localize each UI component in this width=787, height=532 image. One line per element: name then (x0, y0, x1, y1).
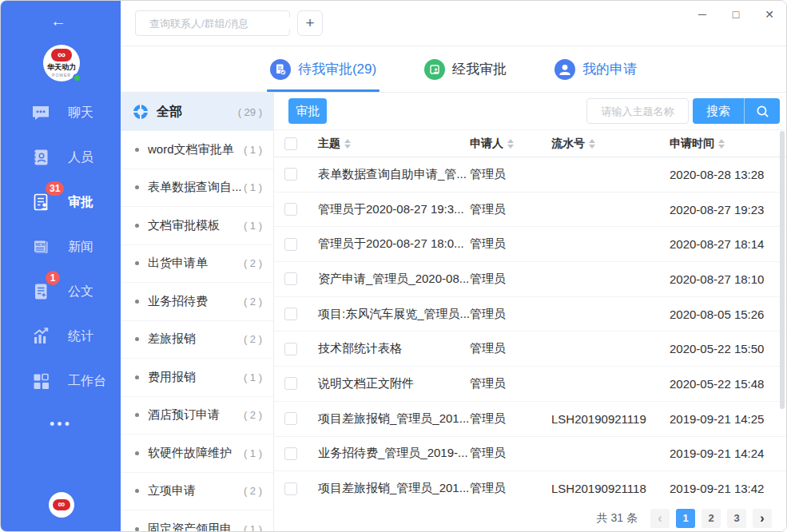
bullet-icon (135, 224, 139, 228)
sidebar-item-label: 工作台 (68, 373, 106, 390)
row-checkbox[interactable] (284, 482, 297, 495)
row-checkbox[interactable] (284, 412, 297, 425)
search-button[interactable]: 搜索 (693, 98, 745, 124)
header-applicant[interactable]: 申请人 (470, 137, 551, 151)
header-subject[interactable]: 主题 (318, 137, 470, 151)
page-button-1[interactable]: 1 (676, 509, 695, 528)
row-checkbox[interactable] (284, 238, 297, 251)
scrollbar-thumb[interactable] (780, 131, 785, 409)
cell-applicant: 管理员 (470, 167, 551, 182)
cell-serial: LSH20190921118 (551, 482, 670, 495)
category-item[interactable]: 出货申请单 ( 2 ) (121, 245, 273, 284)
table-row[interactable]: 管理员于2020-08-27 19:3... 管理员 2020-08-27 19… (274, 193, 786, 228)
category-item[interactable]: 固定资产领用申... ( 1 ) (121, 510, 273, 531)
table-row[interactable]: 管理员于2020-08-27 18:0... 管理员 2020-08-27 18… (274, 227, 786, 262)
row-checkbox[interactable] (284, 308, 297, 320)
category-label: 软硬件故障维护 (148, 446, 244, 461)
minimize-button[interactable]: ─ (695, 8, 709, 21)
table-row[interactable]: 项目差旅报销_管理员_201... 管理员 LSH20190921118 201… (274, 471, 786, 505)
cell-subject: 管理员于2020-08-27 18:0... (318, 236, 470, 252)
infinity-logo-icon: ∞ (51, 49, 72, 62)
tab-pending-approval[interactable]: 待我审批(29) (270, 46, 376, 92)
header-serial[interactable]: 流水号 (551, 137, 670, 151)
sidebar-item-label: 新闻 (68, 239, 93, 256)
next-page-button[interactable]: › (753, 509, 772, 528)
row-checkbox[interactable] (284, 203, 297, 216)
sort-icon[interactable] (589, 139, 595, 149)
category-count: ( 2 ) (244, 409, 262, 421)
user-avatar[interactable]: ∞ 华天动力 POWER (43, 45, 80, 81)
table-row[interactable]: 项目差旅报销_管理员_201... 管理员 LSH20190921119 201… (274, 402, 786, 437)
page-button-2[interactable]: 2 (702, 509, 721, 528)
cell-applicant: 管理员 (470, 307, 551, 322)
cell-subject: 资产申请_管理员_2020-08... (318, 272, 470, 287)
cell-applicant: 管理员 (470, 202, 551, 217)
row-checkbox[interactable] (284, 343, 297, 355)
category-item[interactable]: 业务招待费 ( 2 ) (121, 283, 273, 321)
row-checkbox[interactable] (284, 447, 297, 460)
bottom-brand-logo[interactable]: ∞ (49, 492, 74, 518)
category-item[interactable]: 文档审批模板 ( 1 ) (121, 207, 273, 245)
contact-search-box[interactable] (135, 10, 290, 36)
page-button-3[interactable]: 3 (727, 509, 746, 528)
category-all[interactable]: 全部 ( 29 ) (121, 93, 273, 131)
cell-subject: 项目差旅报销_管理员_201... (318, 411, 470, 427)
cell-subject: 表单数据查询自助申请_管... (318, 167, 470, 182)
cell-time: 2020-08-27 19:23 (670, 203, 786, 216)
header-time[interactable]: 申请时间 (670, 137, 786, 151)
category-item[interactable]: 费用报销 ( 1 ) (121, 359, 273, 397)
category-item[interactable]: 软硬件故障维护 ( 1 ) (121, 435, 273, 473)
pending-approval-icon (270, 59, 291, 80)
category-item[interactable]: 立项申请 ( 2 ) (121, 473, 273, 511)
cell-time: 2019-09-21 13:42 (670, 482, 786, 495)
category-item[interactable]: 表单数据查询自... ( 1 ) (121, 169, 273, 208)
row-checkbox[interactable] (284, 168, 297, 181)
table-row[interactable]: 表单数据查询自助申请_管... 管理员 2020-08-28 13:28 (274, 157, 786, 193)
cell-subject: 项目差旅报销_管理员_201... (318, 481, 470, 496)
sidebar-item-workbench[interactable]: 工作台 (1, 359, 121, 403)
table-row[interactable]: 说明文档正文附件 管理员 2020-05-22 15:48 (274, 367, 786, 402)
sidebar-item-news[interactable]: NEW 新闻 (1, 224, 121, 269)
category-item[interactable]: word文档审批单 ( 1 ) (121, 131, 273, 169)
select-all-checkbox[interactable] (284, 137, 297, 150)
category-label: 固定资产领用申... (148, 522, 244, 531)
category-item[interactable]: 酒店预订申请 ( 2 ) (121, 397, 273, 435)
back-arrow-icon[interactable]: ← (50, 12, 66, 30)
table-row[interactable]: 项目:东风汽车展览_管理员... 管理员 2020-08-05 15:26 (274, 297, 786, 332)
sidebar-item-statistics[interactable]: 统计 (1, 314, 121, 359)
contact-search-input[interactable] (149, 18, 290, 30)
more-options-icon[interactable]: ••• (1, 416, 121, 433)
sidebar-item-chat[interactable]: 聊天 (1, 90, 121, 135)
sidebar-item-official-doc[interactable]: 1 公文 (1, 269, 121, 314)
prev-page-button[interactable]: ‹ (650, 509, 670, 528)
sidebar-item-people[interactable]: 人员 (1, 135, 121, 180)
cell-subject: 技术部统计表格 (318, 341, 470, 356)
tab-label: 我的申请 (582, 60, 637, 78)
add-button[interactable]: + (297, 10, 323, 36)
pagination: 共 31 条 ‹ 1 2 3 › (274, 505, 786, 531)
tab-approved-by-me[interactable]: 经我审批 (424, 46, 507, 92)
bullet-icon (135, 148, 139, 152)
close-button[interactable]: ✕ (762, 8, 777, 21)
cell-applicant: 管理员 (470, 341, 551, 356)
sort-icon[interactable] (344, 139, 351, 149)
tab-my-applications[interactable]: 我的申请 (554, 46, 637, 92)
maximize-button[interactable]: □ (729, 8, 743, 21)
cell-time: 2020-08-27 18:10 (670, 272, 786, 286)
category-item[interactable]: 差旅报销 ( 2 ) (121, 321, 273, 359)
sort-icon[interactable] (718, 139, 725, 149)
sidebar-item-approval[interactable]: 31 审批 (1, 180, 121, 224)
table-row[interactable]: 资产申请_管理员_2020-08... 管理员 2020-08-27 18:10 (274, 262, 786, 297)
subject-search-input[interactable] (586, 98, 689, 124)
table-row[interactable]: 业务招待费_管理员_2019-... 管理员 2019-09-21 14:24 (274, 437, 786, 472)
total-count: 共 31 条 (597, 511, 638, 526)
row-checkbox[interactable] (284, 377, 297, 390)
cell-applicant: 管理员 (470, 272, 551, 287)
category-label: 立项申请 (148, 483, 244, 498)
approve-button[interactable]: 审批 (288, 98, 327, 124)
row-checkbox[interactable] (284, 272, 297, 285)
workbench-icon (31, 371, 50, 391)
table-row[interactable]: 技术部统计表格 管理员 2020-05-22 15:50 (274, 332, 786, 367)
advanced-search-button[interactable] (745, 98, 780, 124)
sort-icon[interactable] (507, 139, 514, 149)
